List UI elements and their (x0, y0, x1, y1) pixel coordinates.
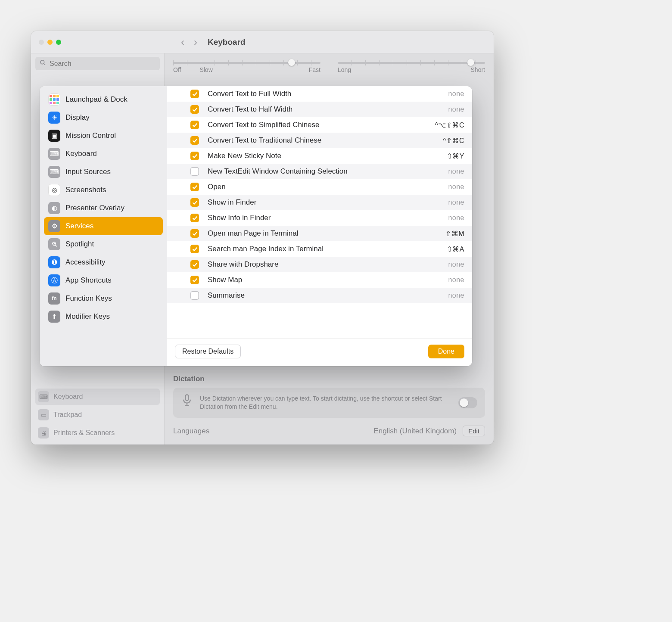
service-shortcut[interactable]: none (426, 199, 464, 206)
service-row[interactable]: Make New Sticky Note⇧⌘Y (167, 148, 472, 164)
service-row[interactable]: Show in Findernone (167, 195, 472, 210)
minimize-button[interactable] (47, 40, 53, 45)
accessibility-icon: ➊ (48, 256, 60, 268)
search-input[interactable] (50, 60, 156, 68)
service-label: Make New Sticky Note (208, 151, 426, 160)
service-shortcut[interactable]: ⇧⌘A (426, 245, 464, 253)
category-item-mission[interactable]: ▣Mission Control (44, 127, 163, 145)
service-checkbox[interactable] (190, 183, 199, 191)
sidebar-item-label: Trackpad (53, 411, 82, 419)
window-title: Keyboard (208, 37, 246, 47)
category-item-input[interactable]: ⌨︎Input Sources (44, 163, 163, 181)
nav-forward-icon[interactable]: › (194, 36, 197, 48)
service-label: Show Info in Finder (208, 213, 426, 222)
slider-label-long: Long (338, 66, 351, 73)
service-row[interactable]: Convert Text to Simplified Chinese^⌥⇧⌘C (167, 117, 472, 133)
service-shortcut[interactable]: ⇧⌘Y (426, 152, 464, 160)
service-row[interactable]: Show Mapnone (167, 272, 472, 288)
restore-defaults-button[interactable]: Restore Defaults (175, 345, 241, 358)
category-item-services[interactable]: ⚙︎Services (44, 217, 163, 235)
service-row[interactable]: Open man Page in Terminal⇧⌘M (167, 226, 472, 241)
service-row[interactable]: Convert Text to Half Widthnone (167, 102, 472, 117)
service-shortcut[interactable]: none (426, 106, 464, 113)
dictation-heading: Dictation (173, 375, 485, 383)
service-row[interactable]: Convert Text to Traditional Chinese^⇧⌘C (167, 133, 472, 148)
nav-arrows: ‹ › (181, 36, 197, 48)
category-label: Screenshots (65, 186, 106, 194)
service-shortcut[interactable]: ^⇧⌘C (426, 137, 464, 145)
maximize-button[interactable] (56, 40, 61, 45)
sidebar-item-keyboard[interactable]: ⌨︎ Keyboard (35, 389, 160, 405)
sidebar-item-trackpad[interactable]: ▭ Trackpad (35, 407, 160, 423)
service-checkbox[interactable] (190, 229, 199, 238)
keyboard-icon: ⌨︎ (48, 148, 60, 160)
service-checkbox[interactable] (190, 90, 199, 98)
slider-label-slow: Slow (199, 66, 212, 73)
category-label: Presenter Overlay (65, 204, 124, 212)
service-checkbox[interactable] (190, 105, 199, 114)
service-row[interactable]: New TextEdit Window Containing Selection… (167, 164, 472, 179)
category-item-keyboard[interactable]: ⌨︎Keyboard (44, 145, 163, 163)
service-checkbox[interactable] (190, 214, 199, 222)
service-shortcut[interactable]: none (426, 261, 464, 268)
service-checkbox[interactable] (190, 260, 199, 269)
category-item-accessibility[interactable]: ➊Accessibility (44, 253, 163, 271)
service-row[interactable]: Opennone (167, 179, 472, 195)
service-shortcut[interactable]: none (426, 168, 464, 175)
category-item-spotlight[interactable]: 🔍︎Spotlight (44, 235, 163, 253)
slider-label-fast: Fast (309, 66, 320, 73)
category-item-launchpad[interactable]: Launchpad & Dock (44, 90, 163, 109)
traffic-lights (31, 40, 69, 45)
service-shortcut[interactable]: ⇧⌘M (426, 230, 464, 238)
service-checkbox[interactable] (190, 167, 199, 176)
service-shortcut[interactable]: none (426, 214, 464, 222)
service-checkbox[interactable] (190, 245, 199, 253)
search-field[interactable] (35, 57, 160, 70)
modifier-icon: ⬆︎ (48, 311, 60, 323)
close-button[interactable] (39, 40, 44, 45)
screenshots-icon: ◎ (48, 184, 60, 196)
edit-languages-button[interactable]: Edit (463, 426, 485, 436)
category-item-appshortcuts[interactable]: ⒶApp Shortcuts (44, 271, 163, 289)
service-checkbox[interactable] (190, 276, 199, 284)
slider-label-short: Short (471, 66, 485, 73)
service-checkbox[interactable] (190, 136, 199, 145)
service-checkbox[interactable] (190, 121, 199, 129)
category-item-display[interactable]: ☀︎Display (44, 109, 163, 127)
search-icon (40, 59, 46, 68)
service-shortcut[interactable]: ^⌥⇧⌘C (426, 121, 464, 129)
service-row[interactable]: Share with Dropsharenone (167, 257, 472, 272)
key-repeat-slider[interactable]: Off Slow Fast (173, 62, 320, 73)
service-checkbox[interactable] (190, 152, 199, 160)
category-item-presenter[interactable]: ◐Presenter Overlay (44, 199, 163, 217)
service-checkbox[interactable] (190, 291, 199, 300)
done-button[interactable]: Done (428, 345, 464, 358)
nav-back-icon[interactable]: ‹ (181, 36, 184, 48)
svg-rect-2 (186, 395, 189, 401)
service-row[interactable]: Show Info in Findernone (167, 210, 472, 226)
sidebar-item-printers[interactable]: 🖨︎ Printers & Scanners (35, 425, 160, 441)
service-label: Open man Page in Terminal (208, 229, 426, 238)
service-shortcut[interactable]: none (426, 90, 464, 98)
services-list[interactable]: Convert Text to Full WidthnoneConvert Te… (167, 86, 472, 339)
service-shortcut[interactable]: none (426, 292, 464, 299)
service-label: Show in Finder (208, 198, 426, 207)
functionkeys-icon: fn (48, 292, 60, 305)
service-shortcut[interactable]: none (426, 276, 464, 284)
sidebar-item-label: Printers & Scanners (53, 429, 115, 437)
service-row[interactable]: Summarisenone (167, 288, 472, 303)
category-item-screenshots[interactable]: ◎Screenshots (44, 181, 163, 199)
category-item-functionkeys[interactable]: fnFunction Keys (44, 289, 163, 308)
service-shortcut[interactable]: none (426, 183, 464, 191)
delay-slider[interactable]: Long Short (338, 62, 485, 73)
service-label: Convert Text to Full Width (208, 89, 426, 98)
dictation-toggle[interactable] (458, 397, 477, 408)
keyboard-icon: ⌨︎ (38, 391, 49, 402)
trackpad-icon: ▭ (38, 409, 49, 420)
category-label: Mission Control (65, 131, 116, 140)
service-row[interactable]: Convert Text to Full Widthnone (167, 86, 472, 102)
service-checkbox[interactable] (190, 198, 199, 207)
presenter-icon: ◐ (48, 202, 60, 214)
service-row[interactable]: Search man Page Index in Terminal⇧⌘A (167, 241, 472, 257)
category-item-modifier[interactable]: ⬆︎Modifier Keys (44, 308, 163, 326)
